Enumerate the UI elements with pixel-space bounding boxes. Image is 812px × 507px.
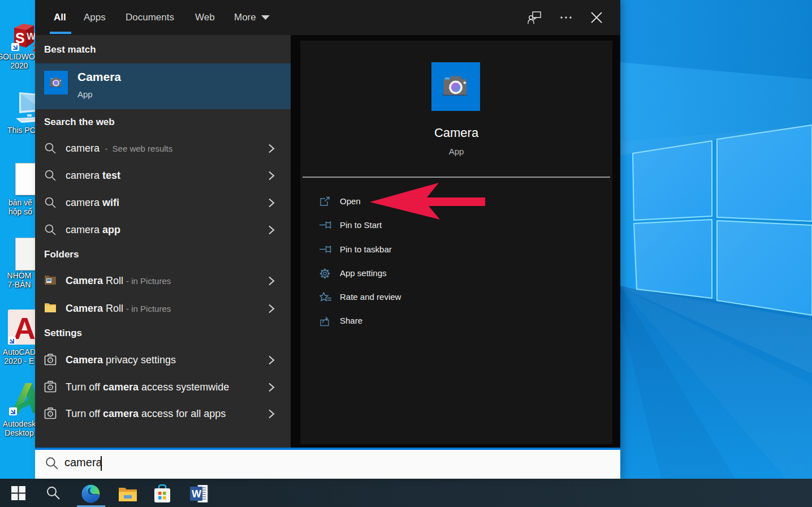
svg-text:A: A (14, 311, 36, 345)
svg-text:W: W (192, 488, 201, 500)
